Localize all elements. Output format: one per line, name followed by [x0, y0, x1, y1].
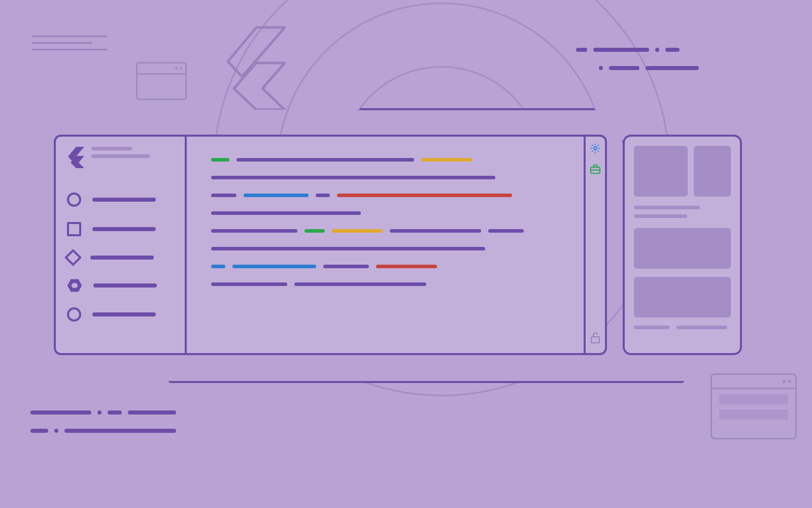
code-line — [211, 194, 563, 197]
sidebar-item-square[interactable] — [67, 222, 174, 236]
toolbox-icon[interactable] — [590, 164, 601, 176]
sidebar-item-ring[interactable] — [67, 307, 174, 322]
preview-card — [634, 228, 731, 269]
mini-window-bottom-right — [710, 373, 797, 439]
sidebar-item-circle[interactable] — [67, 193, 174, 207]
sidebar-title-placeholder — [91, 147, 150, 158]
device-preview — [623, 135, 742, 355]
preview-text-line — [634, 206, 700, 209]
code-line — [211, 247, 563, 250]
sidebar-item-diamond[interactable] — [67, 251, 174, 264]
connector-bottom — [142, 353, 710, 383]
preview-tile-large — [634, 146, 688, 197]
code-line — [211, 176, 563, 179]
code-editor[interactable] — [187, 137, 584, 353]
code-line — [211, 158, 563, 162]
icon-rail — [584, 137, 605, 353]
flutter-icon — [67, 147, 84, 168]
sidebar-item-hexagon[interactable] — [67, 279, 174, 292]
preview-card — [634, 277, 731, 318]
decoration-lines-top-left — [31, 36, 108, 55]
decoration-dashes-top-right — [576, 48, 699, 84]
code-line — [211, 211, 563, 215]
preview-text-line — [634, 214, 687, 218]
lock-open-icon[interactable] — [590, 332, 600, 346]
code-line — [211, 282, 563, 286]
file-sidebar — [56, 137, 187, 353]
decoration-dashes-bottom-left — [30, 410, 176, 447]
svg-point-0 — [594, 147, 597, 150]
code-line — [211, 229, 563, 233]
preview-tile-small — [694, 146, 731, 197]
mini-window-top-left — [136, 62, 187, 100]
preview-text-line — [634, 326, 669, 329]
code-line — [211, 265, 563, 268]
sidebar-items — [67, 193, 174, 322]
ide-window — [54, 135, 607, 355]
flutter-logo-icon — [221, 23, 287, 112]
preview-text-line — [676, 326, 727, 329]
svg-rect-2 — [591, 337, 599, 343]
settings-gear-icon[interactable] — [590, 143, 601, 156]
